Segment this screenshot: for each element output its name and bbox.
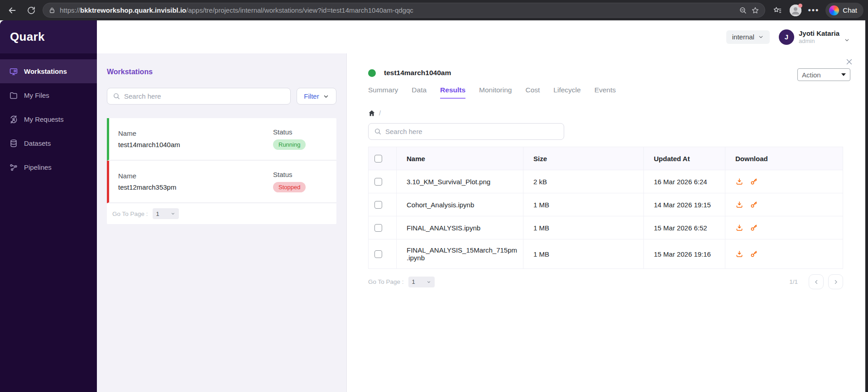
sidebar-item-pipelines[interactable]: Pipelines: [0, 155, 97, 179]
browser-menu-icon[interactable]: •••: [808, 6, 819, 14]
file-name: FINAL_ANALYSIS.ipynb: [397, 216, 523, 239]
download-icon[interactable]: [735, 250, 743, 258]
page-select[interactable]: 1: [153, 208, 179, 219]
page-select[interactable]: 1: [408, 277, 435, 287]
sidebar-item-my-files[interactable]: My Files: [0, 83, 97, 107]
file-name: FINAL_ANALYSIS_15March_715pm.ipynb: [397, 239, 523, 268]
search-icon: [374, 128, 382, 135]
file-name: 3.10_KM_Survival_Plot.png: [397, 170, 523, 193]
results-search-input[interactable]: [385, 128, 558, 135]
project-selector[interactable]: internal: [726, 30, 770, 44]
url-text[interactable]: https://bkktreworkshop.quark.invisibl.io…: [60, 6, 735, 14]
browser-profile-avatar[interactable]: [790, 5, 801, 16]
filter-button[interactable]: Filter: [297, 88, 336, 105]
download-icon[interactable]: [735, 177, 743, 186]
file-updated: 16 Mar 2026 6:24: [644, 170, 725, 193]
results-table: Name Size Updated At Download 3.10_KM_Su…: [368, 147, 843, 269]
workstations-search-input[interactable]: [124, 92, 285, 100]
tab-lifecycle[interactable]: Lifecycle: [553, 86, 580, 99]
select-all-checkbox[interactable]: [374, 155, 382, 163]
workstation-card-stopped[interactable]: Name test12march353pm Status Stopped: [107, 161, 336, 203]
file-size: 1 MB: [523, 239, 644, 268]
workstation-name: test14march1040am: [118, 141, 269, 148]
home-icon[interactable]: [368, 110, 375, 117]
chevron-down-icon: [171, 211, 175, 216]
dropdown-arrow-icon: [841, 73, 846, 76]
file-size: 1 MB: [523, 216, 644, 239]
close-icon[interactable]: [845, 58, 853, 66]
copilot-chat-button[interactable]: Chat: [825, 3, 863, 18]
name-label: Name: [118, 129, 269, 137]
sidebar-item-workstations[interactable]: Workstations: [0, 59, 97, 83]
previous-page-button[interactable]: [809, 274, 824, 289]
action-dropdown[interactable]: Action: [797, 68, 850, 81]
status-badge: Running: [273, 139, 306, 150]
favorites-hub-icon[interactable]: [772, 3, 783, 18]
app-logo: Quark: [10, 30, 45, 44]
row-checkbox[interactable]: [374, 250, 382, 258]
file-updated: 15 Mar 2026 19:16: [644, 239, 725, 268]
browser-toolbar: https://bkktreworkshop.quark.invisibl.io…: [0, 0, 868, 20]
sidebar-item-label: My Requests: [24, 115, 64, 123]
chevron-down-icon: [758, 34, 764, 40]
tab-data[interactable]: Data: [412, 86, 427, 99]
tab-results[interactable]: Results: [440, 86, 465, 99]
row-checkbox[interactable]: [374, 224, 382, 232]
results-pagination: Go To Page : 1 1/1: [368, 274, 843, 289]
row-checkbox[interactable]: [374, 201, 382, 209]
browser-actions: ••• Chat: [769, 3, 863, 18]
key-icon[interactable]: [750, 250, 758, 258]
workstation-detail: Action test14march1040am Summary Data Re…: [347, 53, 868, 392]
file-size: 2 kB: [523, 170, 644, 193]
folder-icon: [9, 91, 18, 100]
sidebar-item-datasets[interactable]: Datasets: [0, 131, 97, 155]
key-icon[interactable]: [750, 201, 758, 209]
address-bar[interactable]: https://bkktreworkshop.quark.invisibl.io…: [43, 3, 765, 18]
database-icon: [9, 139, 18, 148]
back-icon[interactable]: [5, 3, 20, 18]
favorite-star-icon[interactable]: [751, 6, 759, 14]
tab-summary[interactable]: Summary: [368, 86, 398, 99]
key-icon[interactable]: [750, 177, 758, 186]
row-checkbox[interactable]: [374, 178, 382, 186]
chevron-down-icon: [323, 93, 329, 100]
file-updated: 15 Mar 2026 6:52: [644, 216, 725, 239]
table-row: FINAL_ANALYSIS.ipynb 1 MB 15 Mar 2026 6:…: [369, 216, 843, 239]
column-header-name: Name: [397, 147, 523, 170]
page-select-value: 1: [156, 210, 159, 217]
refresh-icon[interactable]: [24, 3, 39, 18]
action-label: Action: [802, 71, 821, 79]
download-icon[interactable]: [735, 201, 743, 209]
user-sync-icon: [9, 115, 18, 124]
chevron-down-icon: [844, 37, 850, 43]
breadcrumb: /: [368, 110, 850, 117]
results-search[interactable]: [368, 123, 564, 140]
user-menu[interactable]: J Jyoti Kataria admin: [779, 29, 850, 45]
logo-container: Quark: [0, 20, 97, 53]
workstation-card-running[interactable]: Name test14march1040am Status Running: [107, 118, 336, 161]
workstations-panel: Workstations Filter Name: [97, 53, 347, 392]
tab-cost[interactable]: Cost: [525, 86, 540, 99]
name-label: Name: [118, 172, 269, 180]
filter-label: Filter: [304, 92, 319, 100]
panel-pagination: Go To Page : 1: [107, 203, 336, 224]
tab-events[interactable]: Events: [595, 86, 616, 99]
project-selector-value: internal: [732, 33, 754, 41]
running-status-dot: [368, 69, 376, 77]
zoom-out-icon[interactable]: [739, 6, 747, 14]
download-icon[interactable]: [735, 224, 743, 232]
sidebar-item-my-requests[interactable]: My Requests: [0, 107, 97, 131]
file-updated: 14 Mar 2026 19:15: [644, 193, 725, 216]
search-icon: [113, 92, 120, 100]
copilot-logo-icon: [829, 5, 839, 15]
chevron-down-icon: [427, 280, 431, 284]
status-label: Status: [273, 171, 327, 178]
table-row: 3.10_KM_Survival_Plot.png 2 kB 16 Mar 20…: [369, 170, 843, 193]
detail-tabs: Summary Data Results Monitoring Cost Lif…: [368, 86, 850, 99]
table-row: Cohort_Analysis.ipynb 1 MB 14 Mar 2026 1…: [369, 193, 843, 216]
tab-monitoring[interactable]: Monitoring: [479, 86, 512, 99]
key-icon[interactable]: [750, 224, 758, 232]
file-size: 1 MB: [523, 193, 644, 216]
workstations-search[interactable]: [107, 88, 291, 105]
next-page-button[interactable]: [828, 274, 843, 289]
